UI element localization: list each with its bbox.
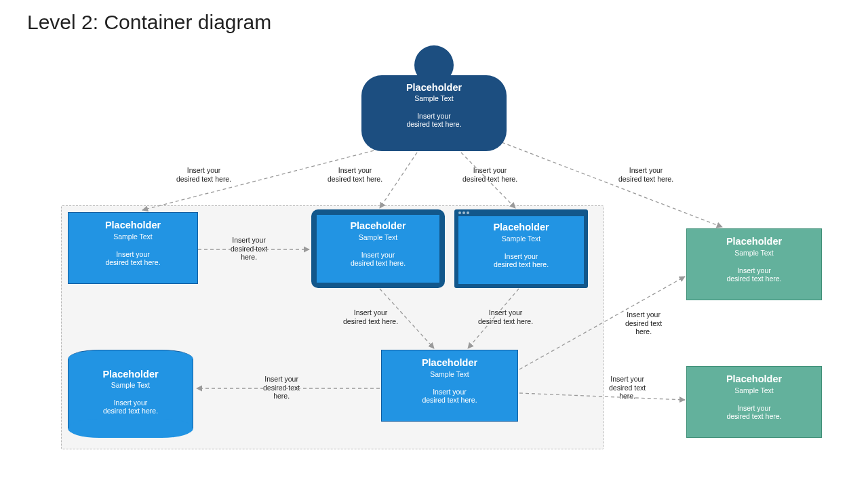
c2-title: Placeholder — [321, 220, 435, 232]
ext1-title: Placeholder — [692, 236, 816, 247]
edge-label-1: Insert your desired text here. — [176, 166, 231, 183]
ext1-desc-l1: Insert your — [737, 266, 771, 274]
api-sub: Sample Text — [387, 370, 512, 378]
container-mobile-app: Placeholder Sample Text Insert your desi… — [311, 209, 445, 288]
c1-sub: Sample Text — [74, 232, 192, 241]
c3-desc-l1: Insert your — [505, 252, 538, 260]
person-desc: Insert your desired text here. — [361, 112, 507, 128]
person-title: Placeholder — [361, 82, 507, 93]
ext2-desc: Insert your desired text here. — [692, 404, 816, 420]
api-desc-l1: Insert your — [433, 388, 467, 396]
db-desc-l1: Insert your — [114, 399, 148, 407]
e2-l2: desired text here. — [328, 175, 382, 183]
container-api: Placeholder Sample Text Insert your desi… — [381, 350, 518, 422]
e9-l3: here. — [619, 392, 635, 400]
c2-desc-l1: Insert your — [361, 251, 395, 259]
external-system-1: Placeholder Sample Text Insert your desi… — [686, 228, 822, 300]
edge-label-7: Insert your desired text here. — [478, 308, 533, 325]
e6-l2: desired text here. — [343, 317, 398, 325]
c2-inner: Placeholder Sample Text Insert your desi… — [317, 215, 439, 283]
e2-l1: Insert your — [338, 166, 372, 174]
e4-l1: Insert your — [629, 166, 663, 174]
e8-l3: here. — [273, 392, 290, 400]
edge-label-9: Insert your desired text here. — [609, 375, 646, 401]
db-sub: Sample Text — [72, 381, 189, 389]
db-title: Placeholder — [72, 369, 189, 380]
e5-l1: Insert your — [232, 236, 266, 244]
api-title: Placeholder — [387, 357, 512, 369]
api-desc: Insert your desired text here. — [387, 388, 512, 404]
container-web-app: Placeholder Sample Text Insert your desi… — [68, 212, 198, 284]
edge-label-3: Insert your desired text here. — [462, 166, 517, 183]
edge-label-2: Insert your desired text here. — [328, 166, 382, 183]
c1-desc-l1: Insert your — [116, 250, 150, 258]
person-node: Placeholder Sample Text Insert your desi… — [361, 45, 507, 151]
c1-title: Placeholder — [74, 220, 192, 231]
edge-label-8: Insert your desired text here. — [263, 375, 300, 401]
ext1-sub: Sample Text — [692, 249, 816, 257]
e10-l2: desired text — [625, 319, 662, 327]
c3-sub: Sample Text — [462, 235, 580, 243]
e7-l2: desired text here. — [478, 317, 533, 325]
edge-label-4: Insert your desired text here. — [618, 166, 673, 183]
db-desc: Insert your desired text here. — [72, 399, 189, 415]
c1-desc-l2: desired text here. — [105, 258, 160, 266]
api-desc-l2: desired text here. — [422, 396, 477, 404]
ext1-desc: Insert your desired text here. — [692, 266, 816, 283]
ext2-sub: Sample Text — [692, 386, 816, 394]
person-body: Placeholder Sample Text Insert your desi… — [361, 75, 507, 151]
e3-l1: Insert your — [473, 166, 507, 174]
e6-l1: Insert your — [354, 308, 388, 317]
e9-l2: desired text — [609, 384, 646, 392]
e10-l1: Insert your — [627, 310, 660, 319]
e5-l2: desired text — [231, 245, 267, 253]
e3-l2: desired text here. — [462, 175, 517, 183]
ext2-title: Placeholder — [692, 373, 816, 385]
e8-l1: Insert your — [264, 375, 298, 383]
e1-l1: Insert your — [187, 166, 221, 174]
c2-sub: Sample Text — [321, 233, 435, 241]
container-database: Placeholder Sample Text Insert your desi… — [68, 350, 193, 438]
c2-desc-l2: desired text here. — [351, 259, 406, 267]
e8-l2: desired text — [263, 384, 300, 392]
db-content: Placeholder Sample Text Insert your desi… — [68, 369, 193, 431]
person-desc-l2: desired text here. — [406, 120, 461, 128]
page-title: Level 2: Container diagram — [27, 11, 271, 34]
c3-desc: Insert your desired text here. — [462, 252, 580, 268]
person-sub: Sample Text — [361, 94, 507, 102]
c3-inner: Placeholder Sample Text Insert your desi… — [458, 216, 584, 284]
ext2-desc-l2: desired text here. — [726, 412, 781, 420]
ext2-desc-l1: Insert your — [737, 404, 771, 412]
ext1-desc-l2: desired text here. — [726, 274, 781, 283]
c1-desc: Insert your desired text here. — [74, 250, 192, 266]
external-system-2: Placeholder Sample Text Insert your desi… — [686, 366, 822, 438]
e10-l3: here. — [635, 327, 652, 336]
person-desc-l1: Insert your — [417, 112, 451, 120]
edge-label-5: Insert your desired text here. — [231, 236, 267, 262]
edge-label-10: Insert your desired text here. — [625, 310, 662, 336]
e9-l1: Insert your — [610, 375, 644, 383]
c3-desc-l2: desired text here. — [494, 260, 549, 268]
db-desc-l2: desired text here. — [103, 407, 158, 415]
c3-title: Placeholder — [462, 222, 580, 233]
edge-label-6: Insert your desired text here. — [343, 308, 398, 325]
container-spa: Placeholder Sample Text Insert your desi… — [454, 209, 588, 288]
e4-l2: desired text here. — [618, 175, 673, 183]
c2-desc: Insert your desired text here. — [321, 251, 435, 267]
e7-l1: Insert your — [489, 308, 523, 317]
e1-l2: desired text here. — [176, 175, 231, 183]
e5-l3: here. — [241, 253, 257, 261]
